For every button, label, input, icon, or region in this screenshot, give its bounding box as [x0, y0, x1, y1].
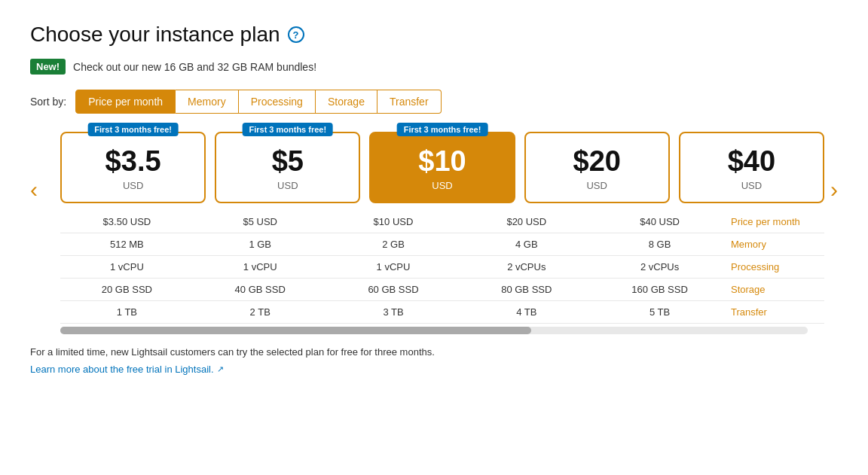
plan-card-plan-40[interactable]: $40USD: [679, 132, 824, 203]
footer-link-text: Learn more about the free trial in Light…: [30, 364, 214, 375]
plan-price: $20: [532, 147, 662, 175]
new-badge: New!: [30, 59, 66, 75]
nav-right-arrow[interactable]: ›: [830, 132, 838, 202]
spec-label-transfer: Transfer: [726, 301, 824, 323]
spec-row-processing: 1 vCPU1 vCPU1 vCPU2 vCPUs2 vCPUsProcessi…: [60, 256, 824, 279]
spec-cell: 60 GB SSD: [327, 279, 460, 300]
plan-price: $10: [377, 147, 507, 175]
sort-btn-price[interactable]: Price per month: [75, 90, 176, 114]
spec-row-price_per_month: $3.50 USD$5 USD$10 USD$20 USD$40 USDPric…: [60, 211, 824, 233]
spec-row-memory: 512 MB1 GB2 GB4 GB8 GBMemory: [60, 233, 824, 256]
spec-label-storage: Storage: [726, 279, 824, 300]
free-badge: First 3 months free!: [397, 123, 488, 136]
spec-cell: $20 USD: [460, 211, 593, 233]
help-icon[interactable]: ?: [288, 26, 304, 43]
sort-buttons: Price per monthMemoryProcessingStorageTr…: [75, 90, 441, 114]
plan-currency: USD: [532, 180, 662, 191]
spec-label-processing: Processing: [726, 256, 824, 278]
scroll-track[interactable]: [60, 327, 808, 334]
spec-cell: 512 MB: [60, 233, 194, 255]
spec-cell: $5 USD: [194, 211, 327, 233]
spec-cell: 5 TB: [593, 301, 726, 323]
spec-cell: 4 TB: [460, 301, 593, 323]
sort-btn-storage[interactable]: Storage: [316, 90, 377, 114]
sort-row: Sort by: Price per monthMemoryProcessing…: [30, 90, 838, 114]
spec-cell: 2 vCPUs: [593, 256, 726, 278]
spec-cell: 20 GB SSD: [60, 279, 194, 300]
spec-cell: 1 TB: [60, 301, 194, 323]
plan-currency: USD: [686, 180, 817, 191]
spec-rows: $3.50 USD$5 USD$10 USD$20 USD$40 USDPric…: [60, 211, 824, 324]
spec-cell: 1 vCPU: [327, 256, 460, 278]
spec-cell: 2 vCPUs: [460, 256, 593, 278]
plans-cards-row: First 3 months free!$3.5USDFirst 3 month…: [60, 132, 824, 203]
spec-cell: 80 GB SSD: [460, 279, 593, 300]
plan-card-plan-20[interactable]: $20USD: [524, 132, 670, 203]
spec-label-memory: Memory: [726, 233, 824, 255]
plan-card-plan-10[interactable]: First 3 months free!$10USD: [369, 132, 515, 203]
spec-cell: $3.50 USD: [60, 211, 194, 233]
spec-cell: 4 GB: [460, 233, 593, 255]
spec-cell: 3 TB: [327, 301, 460, 323]
new-banner: New! Check out our new 16 GB and 32 GB R…: [30, 59, 838, 75]
plan-price: $40: [686, 147, 817, 175]
spec-label-price_per_month: Price per month: [726, 211, 824, 233]
spec-cell: 40 GB SSD: [194, 279, 327, 300]
plan-currency: USD: [222, 180, 353, 191]
spec-row-transfer: 1 TB2 TB3 TB4 TB5 TBTransfer: [60, 301, 824, 324]
spec-cell: 1 GB: [194, 233, 327, 255]
external-link-icon: ↗: [217, 364, 224, 374]
spec-cell: 2 TB: [194, 301, 327, 323]
free-badge: First 3 months free!: [242, 123, 333, 136]
plan-card-plan-3-5[interactable]: First 3 months free!$3.5USD: [60, 132, 206, 203]
plan-price: $5: [222, 147, 353, 175]
spec-cell: $10 USD: [327, 211, 460, 233]
free-badge: First 3 months free!: [87, 123, 179, 136]
spec-cell: 160 GB SSD: [593, 279, 726, 300]
footer-note: For a limited time, new Lightsail custom…: [30, 346, 838, 358]
new-banner-text: Check out our new 16 GB and 32 GB RAM bu…: [73, 61, 316, 73]
sort-btn-transfer[interactable]: Transfer: [377, 90, 442, 114]
title-text: Choose your instance plan: [30, 23, 280, 47]
spec-cell: 2 GB: [327, 233, 460, 255]
plan-currency: USD: [68, 180, 198, 191]
plan-currency: USD: [377, 180, 507, 191]
spec-cell: 1 vCPU: [194, 256, 327, 278]
spec-cell: 1 vCPU: [60, 256, 194, 278]
spec-row-storage: 20 GB SSD40 GB SSD60 GB SSD80 GB SSD160 …: [60, 279, 824, 301]
nav-left-arrow[interactable]: ‹: [30, 132, 38, 202]
plan-price: $3.5: [68, 147, 198, 175]
page-title: Choose your instance plan ?: [30, 23, 838, 47]
sort-label: Sort by:: [30, 96, 66, 108]
footer-link[interactable]: Learn more about the free trial in Light…: [30, 364, 224, 375]
spec-cell: 8 GB: [593, 233, 726, 255]
spec-cell: $40 USD: [593, 211, 726, 233]
plan-card-plan-5[interactable]: First 3 months free!$5USD: [215, 132, 360, 203]
scroll-thumb: [60, 327, 531, 334]
sort-btn-processing[interactable]: Processing: [239, 90, 316, 114]
sort-btn-memory[interactable]: Memory: [176, 90, 239, 114]
